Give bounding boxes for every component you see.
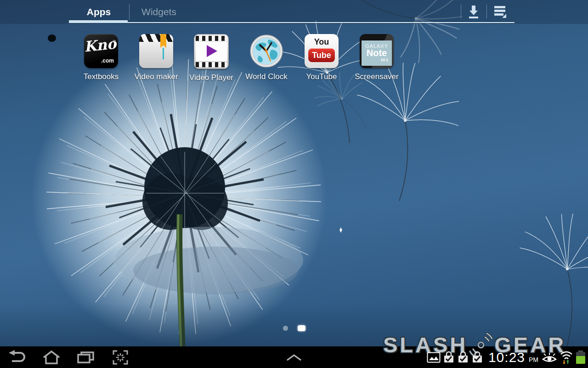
app-screensaver[interactable]: GALAXY Note 10.1 Screensaver [349, 34, 404, 82]
youtube-you-text: You [305, 37, 339, 47]
active-tab-indicator [69, 20, 128, 23]
tab-divider [129, 4, 130, 20]
tab-apps[interactable]: Apps [69, 5, 129, 19]
download-icon [466, 5, 481, 19]
view-type-button[interactable] [491, 4, 510, 20]
view-type-icon [493, 5, 508, 19]
kno-brand-text: Kno [83, 35, 117, 55]
back-icon [7, 350, 27, 365]
wifi-traffic-icon [560, 351, 573, 364]
page-dot-1 [283, 326, 288, 331]
download-complete-icon [457, 351, 469, 364]
expand-tray-chevron-icon [285, 354, 303, 361]
screenshot-icon [112, 350, 129, 365]
app-label: Video Player [184, 73, 239, 82]
note-size-text: 10.1 [362, 58, 392, 62]
note-text: Note [362, 49, 392, 58]
back-button[interactable] [6, 349, 28, 366]
world-clock-icon [249, 34, 283, 68]
battery-icon [576, 351, 586, 364]
app-label: YouTube [294, 72, 349, 81]
home-icon [42, 350, 61, 365]
youtube-tube-text: Tube [308, 48, 335, 62]
youtube-icon: You Tube [305, 34, 339, 68]
smart-stay-eye-icon [542, 352, 557, 363]
action-divider [461, 5, 461, 18]
tab-widgets[interactable]: Widgets [132, 5, 186, 19]
app-textbooks[interactable]: Kno ™ .com Textbooks [74, 34, 129, 82]
kno-tm-text: ™ [113, 40, 116, 43]
home-button[interactable] [41, 349, 62, 366]
action-divider [486, 5, 487, 18]
app-youtube[interactable]: You Tube YouTube [294, 34, 349, 82]
app-label: Textbooks [74, 72, 129, 81]
kno-icon: Kno ™ .com [84, 34, 118, 68]
app-video-maker[interactable]: Video maker [129, 34, 184, 82]
screenshot-thumbnail-icon [427, 352, 441, 363]
tablet-screen: Apps Widgets Kno ™ [0, 0, 588, 368]
app-grid: Kno ™ .com Textbooks Video maker Video P… [74, 34, 404, 82]
app-drawer-header: Apps Widgets [0, 0, 588, 26]
download-complete-icon [471, 351, 483, 364]
app-label: Video maker [129, 72, 184, 81]
download-complete-icon [443, 351, 455, 364]
kno-suffix-text: .com [101, 58, 114, 64]
app-label: World Clock [239, 72, 294, 81]
dandelion-graphic [31, 50, 327, 346]
page-dot-2-active [298, 325, 305, 331]
app-video-player[interactable]: Video Player [184, 34, 239, 82]
status-bar[interactable]: 10:23 PM [427, 346, 586, 368]
clock-meridiem: PM [529, 356, 538, 363]
clapperboard-icon [139, 34, 173, 68]
tab-underline [69, 22, 514, 23]
filmstrip-play-icon [194, 34, 229, 69]
mini-apps-tray-toggle[interactable] [277, 346, 311, 368]
clock-time: 10:23 [488, 350, 525, 365]
app-world-clock[interactable]: World Clock [239, 34, 294, 82]
page-indicator [0, 323, 588, 332]
nav-buttons [6, 346, 131, 368]
recent-apps-icon [77, 351, 95, 364]
screenshot-button[interactable] [110, 349, 131, 366]
recent-apps-button[interactable] [75, 349, 96, 366]
galaxy-note-screensaver-icon: GALAXY Note 10.1 [360, 34, 394, 68]
navigation-bar: 10:23 PM [0, 346, 588, 368]
download-apps-button[interactable] [464, 4, 483, 20]
app-label: Screensaver [349, 72, 404, 81]
